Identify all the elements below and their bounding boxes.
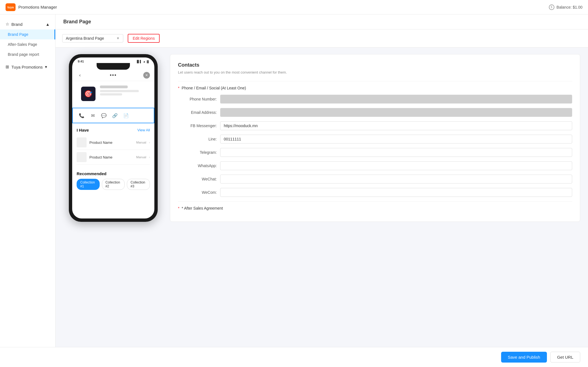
phone-product-arrow-1: ›: [149, 141, 150, 144]
phone-i-have-title: I Have: [77, 128, 89, 132]
phone-preview-panel: 9:41 ▐▌▌ ▲ ▓ ‹ •••: [63, 54, 163, 222]
contacts-panel: Contacts Let users reach out to you on t…: [170, 54, 580, 222]
promotions-chevron-icon: ▾: [45, 64, 47, 69]
promotions-icon: ⊞: [6, 64, 9, 69]
form-row-line: Line:: [178, 135, 572, 144]
phone-brand-desc1-placeholder: [100, 90, 139, 92]
fb-messenger-input[interactable]: [220, 121, 572, 130]
brand-chevron-icon: ▲: [46, 22, 50, 27]
app-title: Promotions Manager: [18, 5, 57, 9]
form-row-wechat: WeChat:: [178, 175, 572, 184]
required-star: *: [178, 86, 179, 90]
fb-messenger-label: FB Messenger:: [178, 124, 217, 128]
main-layout: ☆ Brand ▲ Brand Page After-Sales Page Br…: [0, 14, 588, 367]
phone-recommended-section: Recommended Collection #1 Collection #2 …: [72, 168, 154, 193]
telegram-input[interactable]: [220, 148, 572, 157]
phone-recommended-title: Recommended: [77, 171, 150, 176]
phone-menu-icon[interactable]: •••: [110, 72, 117, 78]
line-label: Line:: [178, 137, 217, 141]
phone-contact-email-icon[interactable]: ✉: [88, 111, 97, 120]
phone-view-all-link[interactable]: View All: [137, 128, 150, 132]
contacts-subtitle: Let users reach out to you on the most c…: [178, 70, 572, 74]
phone-signal-icon: ▐▌▌: [136, 60, 142, 63]
edit-regions-button[interactable]: Edit Regions: [128, 34, 160, 43]
get-url-button[interactable]: Get URL: [550, 352, 580, 363]
phone-product-item-1: Product Name Manual ›: [77, 135, 150, 150]
phone-product-tag-1: Manual: [136, 141, 146, 144]
phone-time: 9:41: [78, 60, 84, 63]
email-label: Email Address:: [178, 110, 217, 115]
phone-battery-icon: ▓: [147, 60, 149, 63]
region-dropdown[interactable]: Argentina Brand Page ▼: [62, 34, 123, 42]
phone-brand-info: 🎯: [72, 81, 154, 107]
phone-contact-phone-icon[interactable]: 📞: [77, 111, 86, 120]
phone-i-have-section: I Have View All Product Name Manual ›: [72, 124, 154, 168]
phone-product-name-2: Product Name: [89, 155, 134, 159]
sidebar: ☆ Brand ▲ Brand Page After-Sales Page Br…: [0, 14, 56, 367]
phone-contact-messenger-icon[interactable]: 💬: [99, 111, 108, 120]
whatsapp-input[interactable]: [220, 161, 572, 170]
sidebar-item-after-sales[interactable]: After-Sales Page: [0, 39, 55, 49]
form-row-fb: FB Messenger:: [178, 121, 572, 130]
phone-brand-text: [100, 83, 150, 95]
email-input[interactable]: [220, 108, 572, 117]
phone-avatar: 🎯: [81, 87, 96, 101]
phone-mockup: 9:41 ▐▌▌ ▲ ▓ ‹ •••: [69, 54, 158, 222]
phone-collection-tab-3[interactable]: Collection #3: [127, 179, 150, 190]
phone-product-name-1: Product Name: [89, 140, 134, 145]
form-row-telegram: Telegram:: [178, 148, 572, 157]
phone-status-icons: ▐▌▌ ▲ ▓: [136, 60, 149, 63]
phone-brand-desc2-placeholder: [100, 93, 122, 95]
gift-icon: ☆: [6, 22, 9, 27]
form-row-whatsapp: WhatsApp:: [178, 161, 572, 170]
contacts-divider-1: [178, 81, 572, 81]
phone-product-thumb-2: [77, 152, 87, 162]
sidebar-brand-section: ☆ Brand ▲ Brand Page After-Sales Page Br…: [0, 19, 55, 59]
phone-collection-tab-1[interactable]: Collection #1: [77, 179, 100, 190]
after-sales-label: * * After Sales Agreement: [178, 206, 572, 210]
wecom-input[interactable]: [220, 188, 572, 197]
phone-collection-tab-2[interactable]: Collection #2: [102, 179, 125, 190]
header-right: $ Balance: $1.00: [549, 4, 582, 10]
phone-product-tag-2: Manual: [136, 155, 146, 159]
content-panels: 9:41 ▐▌▌ ▲ ▓ ‹ •••: [56, 47, 588, 244]
region-selected-label: Argentina Brand Page: [66, 36, 104, 41]
contacts-title: Contacts: [178, 62, 572, 68]
contacts-required-label: * Phone / Email / Social (At Least One): [178, 86, 572, 90]
phone-collection-tabs: Collection #1 Collection #2 Collection #…: [77, 179, 150, 190]
phone-back-icon[interactable]: ‹: [77, 72, 83, 79]
bottom-bar: Save and Publish Get URL: [0, 347, 588, 367]
sidebar-brand-header[interactable]: ☆ Brand ▲: [0, 19, 55, 29]
phone-close-icon[interactable]: ✕: [143, 72, 150, 79]
page-title: Brand Page: [63, 19, 580, 25]
telegram-label: Telegram:: [178, 150, 217, 155]
whatsapp-label: WhatsApp:: [178, 164, 217, 168]
wechat-input[interactable]: [220, 175, 572, 184]
save-publish-button[interactable]: Save and Publish: [501, 352, 547, 363]
sidebar-item-brand-report[interactable]: Brand page report: [0, 49, 55, 59]
phone-number-label: Phone Number:: [178, 97, 217, 101]
after-sales-required-star: *: [178, 206, 179, 210]
region-chevron-icon: ▼: [116, 36, 120, 40]
app-header: tuya Promotions Manager $ Balance: $1.00: [0, 0, 588, 14]
phone-screen: 9:41 ▐▌▌ ▲ ▓ ‹ •••: [72, 57, 154, 218]
sidebar-promotions-header[interactable]: ⊞ Tuya Promotions ▾: [0, 62, 55, 72]
tuya-logo: tuya: [6, 3, 16, 11]
phone-product-arrow-2: ›: [149, 156, 150, 159]
phone-wifi-icon: ▲: [143, 60, 146, 63]
line-input[interactable]: [220, 135, 572, 144]
main-content: Brand Page Argentina Brand Page ▼ Edit R…: [56, 14, 588, 367]
phone-contact-line-icon[interactable]: 🔗: [110, 111, 119, 120]
wechat-label: WeChat:: [178, 177, 217, 181]
page-header: Brand Page: [56, 14, 588, 29]
balance-icon: $: [549, 4, 554, 10]
region-bar: Argentina Brand Page ▼ Edit Regions: [56, 29, 588, 47]
sidebar-item-brand-page[interactable]: Brand Page: [0, 29, 55, 39]
phone-product-item-2: Product Name Manual ›: [77, 150, 150, 165]
phone-number-input[interactable]: [220, 95, 572, 104]
form-row-email: Email Address:: [178, 108, 572, 117]
sidebar-brand-label: Brand: [11, 22, 22, 27]
phone-contact-doc-icon[interactable]: 📄: [122, 111, 130, 120]
wecom-label: WeCom:: [178, 190, 217, 195]
phone-contact-icons-row: 📞 ✉ 💬 🔗 📄: [72, 108, 154, 123]
